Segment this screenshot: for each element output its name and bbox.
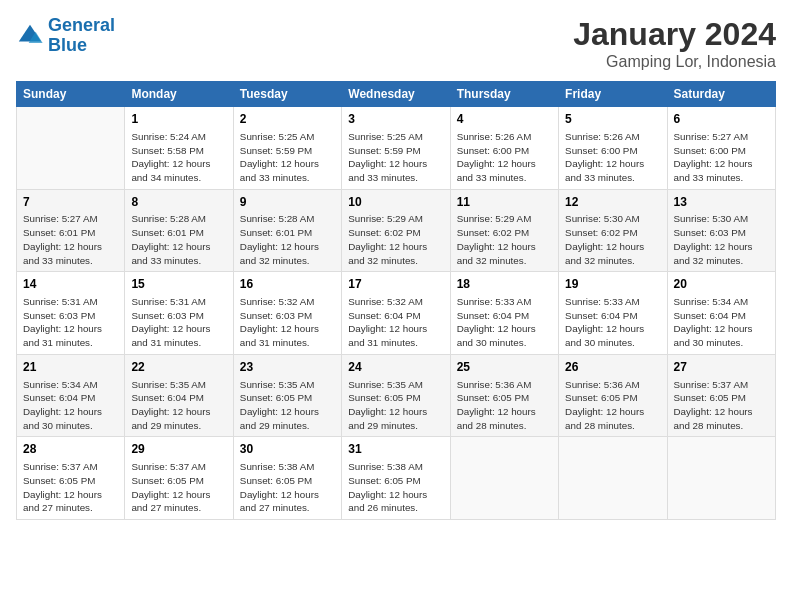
day-cell: 6Sunrise: 5:27 AM Sunset: 6:00 PM Daylig… <box>667 107 775 190</box>
day-cell <box>450 437 558 520</box>
day-cell: 26Sunrise: 5:36 AM Sunset: 6:05 PM Dayli… <box>559 354 667 437</box>
day-number: 24 <box>348 359 443 376</box>
logo: General Blue <box>16 16 115 56</box>
day-number: 5 <box>565 111 660 128</box>
week-row-4: 21Sunrise: 5:34 AM Sunset: 6:04 PM Dayli… <box>17 354 776 437</box>
day-cell: 13Sunrise: 5:30 AM Sunset: 6:03 PM Dayli… <box>667 189 775 272</box>
col-header-monday: Monday <box>125 82 233 107</box>
day-number: 17 <box>348 276 443 293</box>
day-info: Sunrise: 5:29 AM Sunset: 6:02 PM Dayligh… <box>457 212 552 267</box>
day-info: Sunrise: 5:33 AM Sunset: 6:04 PM Dayligh… <box>457 295 552 350</box>
day-info: Sunrise: 5:28 AM Sunset: 6:01 PM Dayligh… <box>131 212 226 267</box>
day-number: 16 <box>240 276 335 293</box>
day-cell: 27Sunrise: 5:37 AM Sunset: 6:05 PM Dayli… <box>667 354 775 437</box>
day-cell: 19Sunrise: 5:33 AM Sunset: 6:04 PM Dayli… <box>559 272 667 355</box>
day-number: 9 <box>240 194 335 211</box>
day-cell <box>559 437 667 520</box>
day-info: Sunrise: 5:25 AM Sunset: 5:59 PM Dayligh… <box>348 130 443 185</box>
day-info: Sunrise: 5:38 AM Sunset: 6:05 PM Dayligh… <box>240 460 335 515</box>
header-row: General Blue January 2024 Gamping Lor, I… <box>16 16 776 71</box>
week-row-3: 14Sunrise: 5:31 AM Sunset: 6:03 PM Dayli… <box>17 272 776 355</box>
day-cell: 17Sunrise: 5:32 AM Sunset: 6:04 PM Dayli… <box>342 272 450 355</box>
day-cell: 21Sunrise: 5:34 AM Sunset: 6:04 PM Dayli… <box>17 354 125 437</box>
day-cell <box>667 437 775 520</box>
day-number: 14 <box>23 276 118 293</box>
day-number: 11 <box>457 194 552 211</box>
day-number: 26 <box>565 359 660 376</box>
col-header-tuesday: Tuesday <box>233 82 341 107</box>
day-info: Sunrise: 5:34 AM Sunset: 6:04 PM Dayligh… <box>23 378 118 433</box>
logo-line1: General <box>48 15 115 35</box>
day-info: Sunrise: 5:32 AM Sunset: 6:03 PM Dayligh… <box>240 295 335 350</box>
day-info: Sunrise: 5:34 AM Sunset: 6:04 PM Dayligh… <box>674 295 769 350</box>
day-info: Sunrise: 5:35 AM Sunset: 6:05 PM Dayligh… <box>240 378 335 433</box>
week-row-5: 28Sunrise: 5:37 AM Sunset: 6:05 PM Dayli… <box>17 437 776 520</box>
day-info: Sunrise: 5:36 AM Sunset: 6:05 PM Dayligh… <box>565 378 660 433</box>
day-info: Sunrise: 5:31 AM Sunset: 6:03 PM Dayligh… <box>131 295 226 350</box>
day-cell: 7Sunrise: 5:27 AM Sunset: 6:01 PM Daylig… <box>17 189 125 272</box>
day-cell: 14Sunrise: 5:31 AM Sunset: 6:03 PM Dayli… <box>17 272 125 355</box>
day-cell: 16Sunrise: 5:32 AM Sunset: 6:03 PM Dayli… <box>233 272 341 355</box>
day-cell: 1Sunrise: 5:24 AM Sunset: 5:58 PM Daylig… <box>125 107 233 190</box>
day-cell: 2Sunrise: 5:25 AM Sunset: 5:59 PM Daylig… <box>233 107 341 190</box>
day-number: 20 <box>674 276 769 293</box>
day-cell: 3Sunrise: 5:25 AM Sunset: 5:59 PM Daylig… <box>342 107 450 190</box>
day-cell: 4Sunrise: 5:26 AM Sunset: 6:00 PM Daylig… <box>450 107 558 190</box>
day-number: 21 <box>23 359 118 376</box>
day-info: Sunrise: 5:35 AM Sunset: 6:04 PM Dayligh… <box>131 378 226 433</box>
day-cell <box>17 107 125 190</box>
day-info: Sunrise: 5:33 AM Sunset: 6:04 PM Dayligh… <box>565 295 660 350</box>
day-cell: 25Sunrise: 5:36 AM Sunset: 6:05 PM Dayli… <box>450 354 558 437</box>
day-info: Sunrise: 5:29 AM Sunset: 6:02 PM Dayligh… <box>348 212 443 267</box>
day-number: 15 <box>131 276 226 293</box>
week-row-2: 7Sunrise: 5:27 AM Sunset: 6:01 PM Daylig… <box>17 189 776 272</box>
day-number: 23 <box>240 359 335 376</box>
day-cell: 28Sunrise: 5:37 AM Sunset: 6:05 PM Dayli… <box>17 437 125 520</box>
day-number: 31 <box>348 441 443 458</box>
day-number: 1 <box>131 111 226 128</box>
week-row-1: 1Sunrise: 5:24 AM Sunset: 5:58 PM Daylig… <box>17 107 776 190</box>
day-number: 19 <box>565 276 660 293</box>
day-info: Sunrise: 5:24 AM Sunset: 5:58 PM Dayligh… <box>131 130 226 185</box>
col-header-thursday: Thursday <box>450 82 558 107</box>
day-info: Sunrise: 5:27 AM Sunset: 6:00 PM Dayligh… <box>674 130 769 185</box>
day-number: 28 <box>23 441 118 458</box>
day-info: Sunrise: 5:27 AM Sunset: 6:01 PM Dayligh… <box>23 212 118 267</box>
day-info: Sunrise: 5:37 AM Sunset: 6:05 PM Dayligh… <box>23 460 118 515</box>
day-info: Sunrise: 5:36 AM Sunset: 6:05 PM Dayligh… <box>457 378 552 433</box>
day-number: 13 <box>674 194 769 211</box>
day-cell: 22Sunrise: 5:35 AM Sunset: 6:04 PM Dayli… <box>125 354 233 437</box>
day-info: Sunrise: 5:26 AM Sunset: 6:00 PM Dayligh… <box>565 130 660 185</box>
day-cell: 31Sunrise: 5:38 AM Sunset: 6:05 PM Dayli… <box>342 437 450 520</box>
location-title: Gamping Lor, Indonesia <box>573 53 776 71</box>
day-number: 30 <box>240 441 335 458</box>
logo-text: General Blue <box>48 16 115 56</box>
col-header-sunday: Sunday <box>17 82 125 107</box>
day-cell: 5Sunrise: 5:26 AM Sunset: 6:00 PM Daylig… <box>559 107 667 190</box>
day-info: Sunrise: 5:30 AM Sunset: 6:03 PM Dayligh… <box>674 212 769 267</box>
day-info: Sunrise: 5:32 AM Sunset: 6:04 PM Dayligh… <box>348 295 443 350</box>
day-cell: 18Sunrise: 5:33 AM Sunset: 6:04 PM Dayli… <box>450 272 558 355</box>
logo-icon <box>16 22 44 50</box>
header-row-days: SundayMondayTuesdayWednesdayThursdayFrid… <box>17 82 776 107</box>
day-number: 2 <box>240 111 335 128</box>
day-info: Sunrise: 5:25 AM Sunset: 5:59 PM Dayligh… <box>240 130 335 185</box>
col-header-wednesday: Wednesday <box>342 82 450 107</box>
day-info: Sunrise: 5:38 AM Sunset: 6:05 PM Dayligh… <box>348 460 443 515</box>
day-number: 3 <box>348 111 443 128</box>
day-cell: 20Sunrise: 5:34 AM Sunset: 6:04 PM Dayli… <box>667 272 775 355</box>
logo-line2: Blue <box>48 35 87 55</box>
day-info: Sunrise: 5:31 AM Sunset: 6:03 PM Dayligh… <box>23 295 118 350</box>
day-info: Sunrise: 5:35 AM Sunset: 6:05 PM Dayligh… <box>348 378 443 433</box>
day-info: Sunrise: 5:26 AM Sunset: 6:00 PM Dayligh… <box>457 130 552 185</box>
day-cell: 11Sunrise: 5:29 AM Sunset: 6:02 PM Dayli… <box>450 189 558 272</box>
month-title: January 2024 <box>573 16 776 53</box>
day-info: Sunrise: 5:37 AM Sunset: 6:05 PM Dayligh… <box>674 378 769 433</box>
day-cell: 23Sunrise: 5:35 AM Sunset: 6:05 PM Dayli… <box>233 354 341 437</box>
day-cell: 24Sunrise: 5:35 AM Sunset: 6:05 PM Dayli… <box>342 354 450 437</box>
day-cell: 29Sunrise: 5:37 AM Sunset: 6:05 PM Dayli… <box>125 437 233 520</box>
day-cell: 30Sunrise: 5:38 AM Sunset: 6:05 PM Dayli… <box>233 437 341 520</box>
day-number: 18 <box>457 276 552 293</box>
calendar-table: SundayMondayTuesdayWednesdayThursdayFrid… <box>16 81 776 520</box>
col-header-friday: Friday <box>559 82 667 107</box>
